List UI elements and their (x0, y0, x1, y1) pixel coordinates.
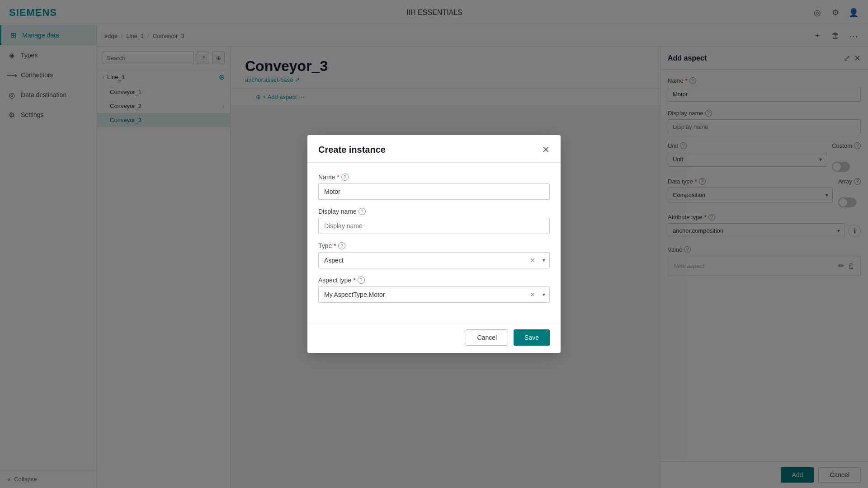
dialog-type-clear-icon[interactable]: ✕ (530, 257, 535, 264)
dialog-title: Create instance (318, 145, 386, 155)
dialog-form-group-type: Type * ? ✕ ▾ (318, 242, 550, 268)
dialog-aspect-type-clear-icon[interactable]: ✕ (530, 291, 535, 298)
dialog-name-help-icon[interactable]: ? (341, 174, 349, 181)
dialog-display-name-label: Display name ? (318, 208, 550, 215)
dialog-header: Create instance ✕ (307, 135, 561, 163)
dialog-body: Name * ? Display name ? Type * ? (307, 163, 561, 322)
dialog-display-name-input[interactable] (318, 218, 550, 234)
dialog-footer: Cancel Save (307, 322, 561, 353)
dialog-name-input[interactable] (318, 183, 550, 200)
modal-overlay: Create instance ✕ Name * ? Display name … (0, 0, 868, 488)
dialog-type-input[interactable] (318, 252, 550, 268)
dialog-aspect-type-input[interactable] (318, 286, 550, 303)
dialog-display-name-help-icon[interactable]: ? (359, 208, 366, 215)
dialog-type-help-icon[interactable]: ? (338, 242, 345, 249)
dialog-cancel-button[interactable]: Cancel (466, 329, 508, 346)
dialog-form-group-aspect-type: Aspect type * ? ✕ ▾ (318, 277, 550, 303)
dialog-name-required: * (337, 174, 339, 181)
dialog-aspect-type-required: * (353, 277, 355, 284)
dialog-type-label: Type * ? (318, 242, 550, 249)
dialog-form-group-name: Name * ? (318, 174, 550, 200)
dialog-name-label: Name * ? (318, 174, 550, 181)
dialog-type-required: * (334, 242, 336, 249)
dialog-form-group-display-name: Display name ? (318, 208, 550, 234)
create-instance-dialog: Create instance ✕ Name * ? Display name … (307, 135, 561, 353)
dialog-aspect-type-help-icon[interactable]: ? (358, 277, 365, 284)
dialog-type-wrapper: ✕ ▾ (318, 252, 550, 268)
dialog-aspect-type-wrapper: ✕ ▾ (318, 286, 550, 303)
dialog-aspect-type-label: Aspect type * ? (318, 277, 550, 284)
dialog-save-button[interactable]: Save (514, 329, 550, 346)
dialog-close-button[interactable]: ✕ (542, 144, 550, 155)
